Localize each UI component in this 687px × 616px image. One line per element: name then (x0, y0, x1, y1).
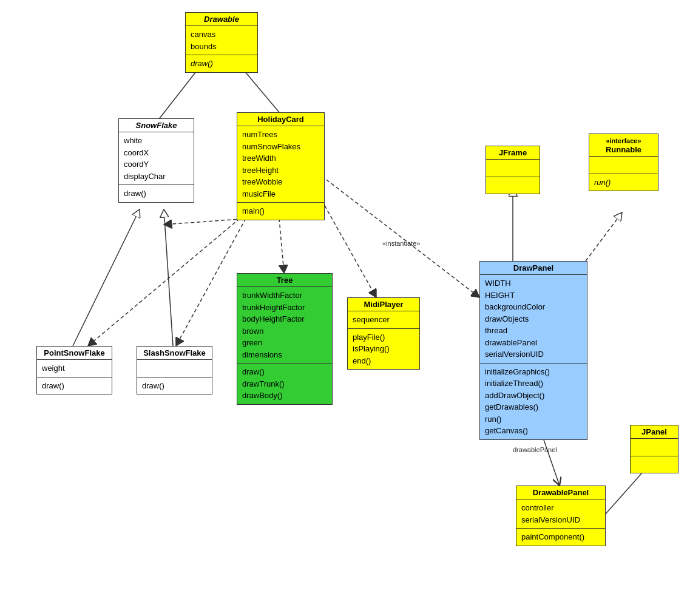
pointsnowflake-methods: draw() (37, 377, 112, 394)
holidaycard-header: HolidayCard (237, 113, 324, 126)
snowflake-attributes: whitecoordXcoordYdisplayChar (119, 132, 194, 185)
tree-attributes: trunkWidthFactortrunkHeightFactorbodyHei… (237, 287, 332, 364)
jframe-header: JFrame (486, 146, 540, 160)
jpanel-methods (631, 456, 678, 473)
midiplayer-header: MidiPlayer (348, 298, 419, 311)
svg-line-4 (279, 218, 284, 273)
svg-line-10 (586, 212, 622, 261)
runnable-attributes (589, 157, 658, 174)
pointsnowflake-header: PointSnowFlake (37, 347, 112, 360)
drawable-attributes: canvasbounds (186, 26, 257, 55)
slashsnowflake-attributes (137, 360, 212, 377)
pointsnowflake-attributes: weight (37, 360, 112, 377)
tree-class: Tree trunkWidthFactortrunkHeightFactorbo… (237, 273, 333, 405)
runnable-header: «interface»Runnable (589, 134, 658, 157)
tree-methods: draw()drawTrunk()drawBody() (237, 364, 332, 404)
svg-line-3 (164, 209, 173, 346)
drawablepanel-header: DrawablePanel (516, 486, 605, 499)
runnable-methods: run() (589, 174, 658, 191)
slashsnowflake-class: SlashSnowFlake draw() (137, 346, 212, 394)
jpanel-header: JPanel (631, 425, 678, 439)
snowflake-class: SnowFlake whitecoordXcoordYdisplayChar d… (118, 118, 194, 203)
svg-line-15 (176, 218, 246, 346)
midiplayer-attributes: sequencer (348, 311, 419, 329)
drawable-methods: draw() (186, 55, 257, 72)
midiplayer-methods: playFile()isPlaying()end() (348, 329, 419, 370)
drawpanel-attributes: WIDTHHEIGHTbackgroundColordrawObjectsthr… (480, 275, 587, 364)
jframe-class: JFrame (486, 146, 540, 194)
svg-line-2 (73, 209, 140, 346)
jpanel-class: JPanel (630, 425, 679, 473)
svg-line-14 (88, 218, 240, 346)
snowflake-methods: draw() (119, 185, 194, 202)
midiplayer-class: MidiPlayer sequencer playFile()isPlaying… (347, 297, 420, 370)
drawpanel-header: DrawPanel (480, 262, 587, 275)
tree-header: Tree (237, 274, 332, 287)
jframe-attributes (486, 160, 540, 177)
svg-line-7 (322, 176, 479, 297)
svg-text:«instantiate»: «instantiate» (382, 240, 420, 247)
runnable-class: «interface»Runnable run() (589, 134, 658, 191)
svg-line-5 (164, 218, 249, 225)
drawablepanel-attributes: controllerserialVersionUID (516, 499, 605, 529)
slashsnowflake-header: SlashSnowFlake (137, 347, 212, 360)
holidaycard-methods: main() (237, 203, 324, 220)
jpanel-attributes (631, 439, 678, 456)
drawablepanel-methods: paintComponent() (516, 529, 605, 546)
holidaycard-attributes: numTreesnumSnowFlakestreeWidthtreeHeight… (237, 126, 324, 203)
drawable-header: Drawable (186, 13, 257, 26)
slashsnowflake-methods: draw() (137, 377, 212, 394)
drawpanel-class: DrawPanel WIDTHHEIGHTbackgroundColordraw… (479, 261, 587, 440)
drawpanel-methods: initializeGraphics()initializeThread()ad… (480, 364, 587, 439)
svg-text:drawablePanel: drawablePanel (513, 446, 557, 453)
holidaycard-class: HolidayCard numTreesnumSnowFlakestreeWid… (237, 112, 325, 220)
drawable-class: Drawable canvasbounds draw() (185, 12, 258, 73)
pointsnowflake-class: PointSnowFlake weight draw() (36, 346, 112, 394)
jframe-methods (486, 177, 540, 194)
drawablepanel-class: DrawablePanel controllerserialVersionUID… (516, 486, 606, 546)
snowflake-header: SnowFlake (119, 119, 194, 132)
